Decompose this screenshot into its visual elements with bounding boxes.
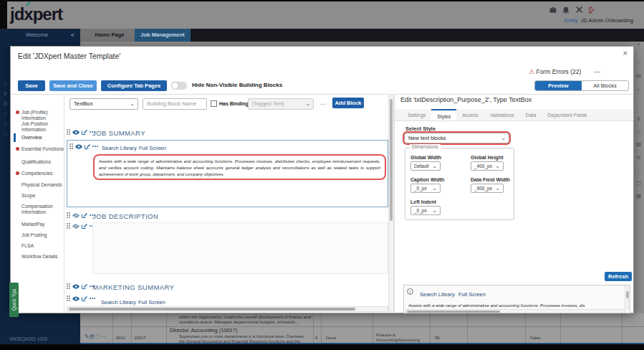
visibility-icon[interactable] bbox=[72, 284, 80, 289]
sidebar-item-compensation-information[interactable]: Compensation Information bbox=[18, 204, 65, 215]
preview-search-library-link[interactable]: Search Library bbox=[420, 291, 455, 298]
sidebar-item-job-profile-information[interactable]: Job (Profile) Information bbox=[18, 110, 65, 121]
preview-button[interactable]: Preview bbox=[535, 81, 582, 90]
drag-handle-icon[interactable] bbox=[69, 143, 73, 149]
visibility-icon[interactable] bbox=[72, 296, 80, 301]
quick-tips-tab[interactable]: Quick Tips bbox=[9, 283, 19, 317]
edit-icon[interactable] bbox=[82, 223, 87, 229]
preview-full-screen-link[interactable]: Full Screen bbox=[458, 291, 486, 298]
configure-tab-pages-button[interactable]: Configure Tab Pages bbox=[101, 80, 167, 91]
caption-width-select[interactable]: _0_px⌄ bbox=[410, 184, 441, 193]
modal-close-button[interactable]: × bbox=[623, 49, 628, 57]
sidebar-item-scope[interactable]: Scope bbox=[18, 193, 65, 199]
edit-icon[interactable] bbox=[85, 143, 90, 149]
briefcase-icon[interactable] bbox=[549, 6, 557, 14]
drag-handle-icon[interactable] bbox=[67, 212, 70, 218]
all-blocks-button[interactable]: All Blocks bbox=[582, 81, 628, 90]
more-icon[interactable] bbox=[90, 285, 91, 287]
data-field-width-select[interactable]: _900_px⌄ bbox=[471, 184, 504, 193]
building-block-name-input[interactable]: Building Block Name bbox=[143, 98, 207, 110]
entity-link[interactable]: Entity bbox=[564, 17, 578, 24]
sidebar-item-qualifications[interactable]: Qualifications bbox=[18, 159, 65, 165]
save-button[interactable]: Save bbox=[18, 80, 45, 91]
modal-more-button[interactable]: ⋯ bbox=[594, 68, 601, 75]
sidebar-item-essential-functions[interactable]: Essential Functions bbox=[18, 146, 65, 152]
tab-data[interactable]: Data bbox=[520, 109, 542, 120]
global-height-select[interactable]: _400_px⌄ bbox=[471, 161, 504, 171]
visibility-icon[interactable] bbox=[75, 144, 82, 149]
more-icon[interactable] bbox=[90, 131, 91, 133]
bg-row-icons: ✎⚙♡⋯ bbox=[85, 334, 113, 339]
edit-template-modal: Edit 'JDXpert Master Template' × ⚠ Form … bbox=[10, 46, 634, 313]
add-block-button[interactable]: Add Block bbox=[332, 98, 364, 108]
app-logo: jdx✓pert bbox=[10, 4, 62, 24]
style-select[interactable]: New text blocks⌄ bbox=[404, 133, 509, 143]
more-icon[interactable] bbox=[90, 225, 91, 227]
dimensions-legend: Dimensions bbox=[410, 144, 441, 149]
main-horizontal-scrollbar[interactable] bbox=[67, 306, 388, 312]
preview-vertical-scrollbar[interactable] bbox=[625, 286, 629, 309]
job-summary-textbox[interactable]: Assists with a wide range of administrat… bbox=[93, 154, 386, 180]
tab-job-management[interactable]: Job Management bbox=[135, 29, 191, 42]
nav-welcome-tab[interactable]: Welcome< bbox=[0, 29, 80, 42]
visibility-icon[interactable] bbox=[72, 130, 80, 135]
sidebar-item-workflow-details[interactable]: Workflow Details bbox=[18, 254, 65, 260]
collapse-icon[interactable]: < bbox=[71, 29, 75, 42]
edit-icon[interactable] bbox=[82, 129, 87, 135]
bg-cell-dept: Finance & Accounting\Accounting bbox=[376, 333, 426, 343]
bg-row-divider bbox=[80, 326, 644, 327]
global-height-label: Global Height bbox=[471, 155, 504, 160]
full-screen-link[interactable]: Full Screen bbox=[139, 145, 166, 151]
tab-validations[interactable]: Validations bbox=[484, 109, 520, 120]
edit-icon[interactable] bbox=[82, 295, 87, 301]
sidebar-item-flsa[interactable]: FLSA bbox=[18, 243, 65, 249]
preview-horizontal-scrollbar[interactable] bbox=[405, 309, 625, 313]
more-icon[interactable] bbox=[90, 298, 91, 299]
sidebar-item-job-position-information[interactable]: Job Position Information bbox=[18, 121, 65, 133]
more-icon[interactable] bbox=[90, 214, 91, 216]
data-field-width-label: Data Field Width bbox=[471, 177, 510, 182]
edit-icon[interactable] bbox=[82, 212, 87, 218]
tab-styles[interactable]: Styles bbox=[431, 109, 456, 120]
full-screen-link[interactable]: Full Screen bbox=[138, 299, 165, 306]
app-header bbox=[0, 0, 644, 29]
more-icon[interactable] bbox=[92, 146, 94, 147]
drag-handle-icon[interactable] bbox=[67, 129, 70, 135]
settings-icon[interactable] bbox=[575, 6, 582, 14]
search-library-link[interactable]: Search Library bbox=[101, 299, 136, 306]
edit-icon[interactable] bbox=[82, 283, 87, 289]
caption-width-label: Caption Width bbox=[410, 177, 444, 182]
sidebar-item-overview[interactable]: Overview bbox=[18, 135, 65, 141]
sidebar-item-physical-demands[interactable]: Physical Demands bbox=[18, 182, 65, 188]
toolbar-more-button[interactable]: ⋯ bbox=[319, 101, 326, 108]
logout-icon[interactable] bbox=[588, 6, 595, 14]
sidebar-item-competencies[interactable]: Competencies bbox=[18, 171, 65, 176]
preview-text: Assists with a wide range of administrat… bbox=[408, 303, 620, 309]
job-description-content[interactable] bbox=[92, 222, 388, 274]
drag-handle-icon[interactable] bbox=[67, 295, 70, 301]
sidebar-item-job-posting[interactable]: Job Posting bbox=[18, 232, 65, 238]
left-indent-select[interactable]: _0_px⌄ bbox=[410, 206, 441, 215]
sidebar-item-marketpay[interactable]: MarketPay bbox=[18, 222, 65, 227]
has-binding-checkbox[interactable] bbox=[211, 100, 217, 107]
tab-dependent-fields[interactable]: Dependent Fields bbox=[542, 109, 592, 120]
tab-home-page[interactable]: Home Page bbox=[85, 29, 135, 42]
drag-handle-icon[interactable] bbox=[67, 283, 70, 289]
main-vertical-scrollbar[interactable] bbox=[388, 95, 394, 312]
form-errors[interactable]: ⚠ Form Errors (22) bbox=[529, 68, 581, 75]
block-type-select[interactable]: TextBox⌄ bbox=[69, 98, 138, 110]
drag-handle-icon[interactable] bbox=[67, 223, 70, 229]
tab-settings[interactable]: Settings bbox=[402, 109, 431, 120]
entity-user: Entity JD Admin Onboarding bbox=[564, 17, 633, 24]
tagged-text-select[interactable]: [Tagged Text]⌄ bbox=[248, 98, 314, 110]
save-and-close-button[interactable]: Save and Close bbox=[49, 80, 97, 91]
bg-cell-none: None bbox=[326, 336, 336, 341]
visibility-off-icon[interactable] bbox=[72, 224, 80, 229]
hide-blocks-toggle[interactable] bbox=[171, 82, 187, 90]
search-library-link[interactable]: Search Library bbox=[102, 145, 137, 151]
tab-access[interactable]: Access bbox=[456, 109, 484, 120]
bell-icon[interactable] bbox=[562, 6, 569, 14]
refresh-button[interactable]: Refresh bbox=[605, 272, 632, 281]
global-width-select[interactable]: Default⌄ bbox=[410, 161, 441, 171]
visibility-off-icon[interactable] bbox=[72, 213, 80, 218]
